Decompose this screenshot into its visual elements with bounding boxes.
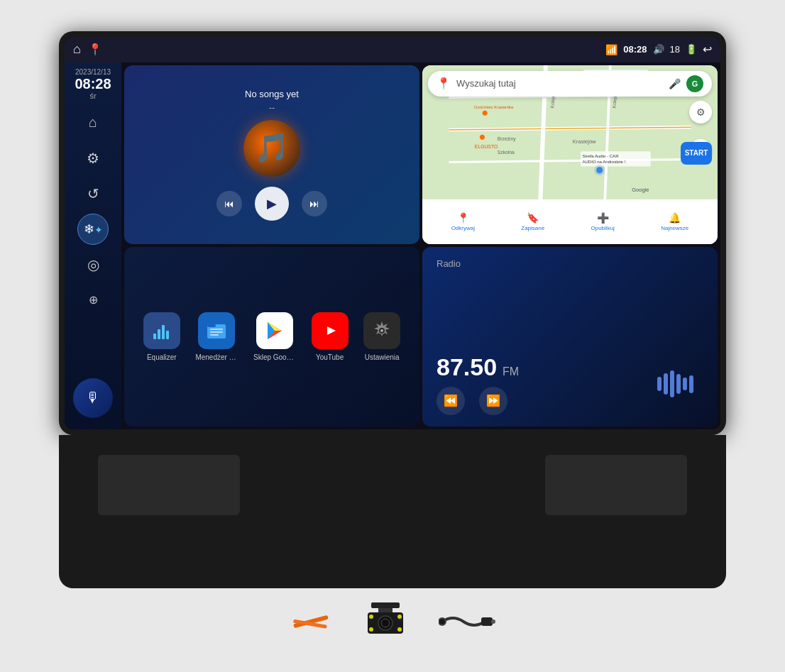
map-search-bar[interactable]: 📍 Wyszukaj tutaj 🎤 G	[428, 71, 712, 97]
screen-bezel: ⌂ 📍 📶 08:28 🔊 18 🔋 ↩ 2023/1	[59, 31, 726, 435]
mount-cutout-left	[98, 455, 240, 515]
status-time: 08:28	[623, 44, 647, 55]
app-settings[interactable]: Ustawienia	[363, 312, 400, 361]
play-store-icon-bg	[256, 312, 293, 349]
app-file-manager[interactable]: Menedżer P...	[195, 312, 238, 361]
map-settings-button[interactable]: ⚙	[689, 101, 712, 123]
svg-point-49	[383, 621, 388, 625]
map-nav-opublikuj[interactable]: ➕ Opublikuj	[591, 212, 615, 231]
youtube-icon-bg	[312, 312, 348, 349]
screen-inner: ⌂ 📍 📶 08:28 🔊 18 🔋 ↩ 2023/1	[65, 37, 720, 429]
radio-freq-row: 87.50 FM	[437, 353, 647, 381]
map-start-button[interactable]: START	[681, 142, 712, 165]
settings-label: Ustawienia	[365, 353, 400, 361]
voice-button[interactable]: 🎙	[73, 378, 113, 418]
radio-rewind-button[interactable]: ⏪	[437, 387, 465, 415]
rewind-icon: ⏪	[444, 394, 458, 407]
app-play-store[interactable]: Sklep Googl...	[253, 312, 296, 361]
left-sidebar: 2023/12/13 08:28 śr ⌂ ⚙ ↺ ❄	[65, 62, 121, 429]
map-nav-zapisane[interactable]: 🔖 Zapisane	[521, 212, 544, 231]
svg-rect-29	[207, 324, 216, 327]
wave-bar-6	[689, 375, 693, 393]
freeze-icon: ❄	[84, 221, 94, 237]
battery-icon: 🔋	[686, 44, 697, 55]
prev-track-button[interactable]: ⏮	[216, 191, 242, 216]
equalizer-label: Equalizer	[147, 353, 177, 361]
app-equalizer[interactable]: Equalizer	[143, 312, 180, 361]
sidebar-day: śr	[75, 92, 111, 100]
sidebar-btn-home[interactable]: ⌂	[77, 107, 109, 138]
forward-icon: ⏩	[486, 394, 500, 407]
zapisane-label: Zapisane	[521, 225, 544, 231]
svg-rect-45	[378, 608, 392, 612]
sidebar-time: 08:28	[75, 76, 111, 92]
location-sidebar-icon: ◎	[87, 256, 99, 273]
svg-text:AUDIO na Androidzie !: AUDIO na Androidzie !	[582, 159, 625, 163]
sidebar-btn-adjust[interactable]: ⊕	[77, 285, 109, 316]
next-icon: ⏭	[309, 198, 319, 209]
music-album-art: 🎵	[243, 120, 300, 177]
back-sidebar-icon: ↺	[87, 185, 99, 202]
pry-tools	[290, 611, 332, 632]
sidebar-btn-location[interactable]: ◎	[77, 249, 109, 280]
settings-app-icon-bg	[363, 312, 400, 349]
svg-point-52	[369, 627, 373, 632]
next-track-button[interactable]: ⏭	[302, 191, 327, 216]
file-manager-svg	[206, 320, 227, 341]
play-store-label: Sklep Googl...	[253, 353, 296, 361]
radio-frequency: 87.50	[437, 353, 497, 381]
svg-text:Gościniec Krasieńka: Gościniec Krasieńka	[474, 104, 514, 109]
main-content: 2023/12/13 08:28 śr ⌂ ⚙ ↺ ❄	[65, 62, 720, 429]
volume-icon: 🔊	[653, 44, 664, 55]
status-left: ⌂ 📍	[73, 42, 102, 57]
map-location-pin-icon: 📍	[437, 77, 451, 90]
svg-point-56	[439, 618, 446, 625]
svg-rect-27	[166, 331, 169, 339]
map-mic-icon[interactable]: 🎤	[669, 78, 681, 89]
home-icon[interactable]: ⌂	[73, 42, 81, 57]
map-user-avatar[interactable]: G	[686, 75, 703, 92]
wifi-icon: 📶	[605, 44, 617, 55]
youtube-svg	[319, 322, 341, 339]
map-nav-odkrywaj[interactable]: 📍 Odkrywaj	[451, 212, 475, 231]
svg-text:Google: Google	[632, 187, 649, 193]
radio-band: FM	[503, 365, 519, 378]
car-mount	[59, 435, 726, 588]
mount-cutout-right	[545, 455, 687, 515]
svg-point-50	[369, 615, 373, 619]
wave-bar-5	[683, 378, 687, 390]
wave-bar-1	[657, 377, 662, 391]
bluetooth-icon: ✦	[94, 224, 103, 236]
radio-forward-button[interactable]: ⏩	[479, 387, 507, 415]
svg-text:Strefa Audio - CAR: Strefa Audio - CAR	[582, 153, 619, 158]
najnowsze-icon: 🔔	[669, 212, 681, 224]
svg-rect-54	[481, 617, 493, 626]
back-icon[interactable]: ↩	[703, 43, 712, 56]
svg-point-53	[397, 627, 402, 632]
pry-tools-svg	[290, 611, 332, 632]
odkrywaj-label: Odkrywaj	[451, 225, 475, 231]
app-youtube[interactable]: YouTube	[312, 312, 348, 361]
music-no-songs-label: No songs yet	[245, 89, 299, 99]
opublikuj-icon: ➕	[597, 212, 609, 224]
play-pause-button[interactable]: ▶	[255, 187, 289, 221]
svg-rect-44	[371, 602, 400, 608]
maps-status-icon[interactable]: 📍	[88, 43, 102, 56]
home-sidebar-icon: ⌂	[89, 114, 97, 131]
wave-bar-4	[676, 374, 681, 394]
wave-bar-3	[670, 370, 674, 397]
map-search-text: Wyszukaj tutaj	[456, 78, 663, 89]
cable-svg	[439, 607, 495, 636]
map-nav-najnowsze[interactable]: 🔔 Najnowsze	[661, 212, 688, 231]
zapisane-icon: 🔖	[527, 212, 539, 224]
device-wrapper: ⌂ 📍 📶 08:28 🔊 18 🔋 ↩ 2023/1	[52, 31, 733, 641]
svg-rect-26	[162, 325, 165, 339]
odkrywaj-icon: 📍	[457, 212, 469, 224]
sidebar-btn-settings[interactable]: ⚙	[77, 143, 109, 174]
music-controls: ⏮ ▶ ⏭	[216, 187, 327, 221]
sidebar-btn-freeze[interactable]: ❄ ✦	[77, 214, 109, 245]
sidebar-btn-back[interactable]: ↺	[77, 178, 109, 209]
sidebar-datetime: 2023/12/13 08:28 śr	[75, 68, 111, 100]
play-icon: ▶	[267, 196, 277, 211]
opublikuj-label: Opublikuj	[591, 225, 615, 231]
